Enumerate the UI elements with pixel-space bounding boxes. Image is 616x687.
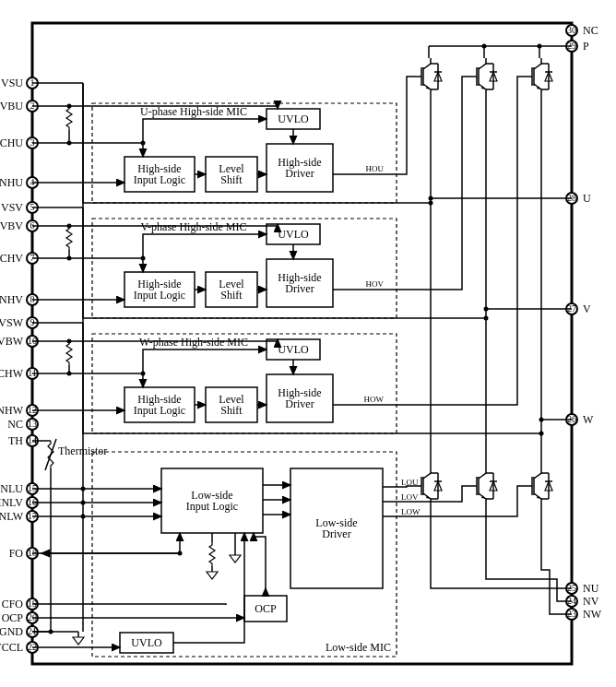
- thermistor: Thermistor: [32, 439, 107, 634]
- pin-label: VSV: [1, 201, 23, 214]
- pin-label: NW: [583, 608, 602, 621]
- pin-label: TH: [8, 434, 23, 447]
- svg-text:HOW: HOW: [364, 395, 385, 404]
- svg-point-14: [67, 141, 72, 146]
- svg-text:Driver: Driver: [285, 282, 314, 295]
- svg-text:Input Logic: Input Logic: [134, 289, 185, 302]
- svg-text:Driver: Driver: [322, 527, 350, 540]
- svg-text:Shift: Shift: [220, 289, 243, 302]
- svg-text:Low-side MIC: Low-side MIC: [326, 641, 391, 654]
- w-phase-highside: W-phase High-side MICHigh-sideInput Logi…: [32, 77, 544, 436]
- pin-label: INLU: [0, 482, 23, 495]
- pin-label: V: [583, 302, 591, 315]
- pin-label: INHV: [0, 293, 23, 306]
- svg-text:Shift: Shift: [220, 173, 243, 186]
- svg-text:LOV: LOV: [401, 492, 419, 502]
- pin-label: U: [583, 192, 591, 205]
- svg-text:UVLO: UVLO: [131, 636, 162, 649]
- svg-text:UVLO: UVLO: [278, 343, 309, 356]
- pin-label: INHW: [0, 404, 24, 417]
- svg-point-77: [539, 418, 544, 422]
- pin-label: W: [583, 413, 594, 426]
- pin-label: OCP: [2, 611, 24, 624]
- pin-label: INLV: [0, 496, 23, 509]
- svg-point-74: [538, 44, 542, 49]
- pin-label: GND: [0, 625, 23, 638]
- svg-text:Driver: Driver: [285, 397, 314, 410]
- svg-text:Input Logic: Input Logic: [134, 404, 185, 417]
- u-phase-highside: U-phase High-side MICHigh-sideInput Logi…: [32, 77, 433, 206]
- pin-num: 13: [28, 419, 37, 429]
- svg-text:LOW: LOW: [401, 507, 421, 516]
- svg-point-76: [484, 307, 489, 312]
- pin-label: NC: [583, 24, 598, 37]
- pin-label: CFO: [2, 598, 24, 610]
- svg-point-69: [178, 551, 183, 556]
- pin-label: INHU: [0, 176, 23, 189]
- svg-point-78: [49, 630, 53, 634]
- pin-label: VSW: [0, 316, 24, 329]
- svg-point-73: [482, 44, 487, 49]
- phase-title: V-phase High-side MIC: [141, 220, 247, 233]
- pin-label: VCCHV: [0, 252, 23, 265]
- pin-label: VBW: [0, 335, 24, 348]
- pin-label: VBU: [0, 100, 23, 113]
- svg-text:Input Logic: Input Logic: [186, 500, 238, 513]
- svg-text:HOU: HOU: [366, 164, 385, 173]
- pin-label: NU: [583, 582, 599, 595]
- svg-point-75: [429, 196, 433, 201]
- pin-label: FO: [9, 547, 24, 560]
- pin-label: P: [583, 40, 589, 53]
- pin-label: VCCHU: [0, 136, 23, 149]
- pin-label: VCCL: [0, 641, 23, 654]
- pin-label: VCCHW: [0, 367, 24, 380]
- thermistor-label: Thermistor: [58, 444, 107, 457]
- svg-text:HOV: HOV: [366, 279, 385, 289]
- pin-label: NC: [7, 418, 23, 431]
- svg-text:UVLO: UVLO: [278, 228, 309, 241]
- pin-label: VBV: [0, 219, 23, 232]
- svg-text:OCP: OCP: [255, 602, 277, 615]
- pin-label: INLW: [0, 510, 24, 523]
- svg-point-50: [67, 372, 72, 376]
- svg-text:Shift: Shift: [220, 404, 243, 417]
- svg-text:Driver: Driver: [285, 167, 314, 180]
- phase-title: W-phase High-side MIC: [139, 336, 248, 349]
- pin-label: NV: [583, 595, 599, 608]
- svg-point-32: [67, 256, 72, 261]
- power-stage: [412, 44, 572, 615]
- svg-text:UVLO: UVLO: [278, 113, 309, 125]
- svg-point-13: [141, 141, 146, 146]
- svg-point-49: [141, 372, 146, 376]
- pin-label: VSU: [1, 77, 23, 89]
- svg-point-31: [141, 256, 146, 261]
- svg-text:Input Logic: Input Logic: [134, 173, 185, 186]
- phase-title: U-phase High-side MIC: [140, 105, 247, 118]
- v-phase-highside: V-phase High-side MICHigh-sideInput Logi…: [32, 77, 489, 321]
- pin-num: 30: [567, 25, 576, 35]
